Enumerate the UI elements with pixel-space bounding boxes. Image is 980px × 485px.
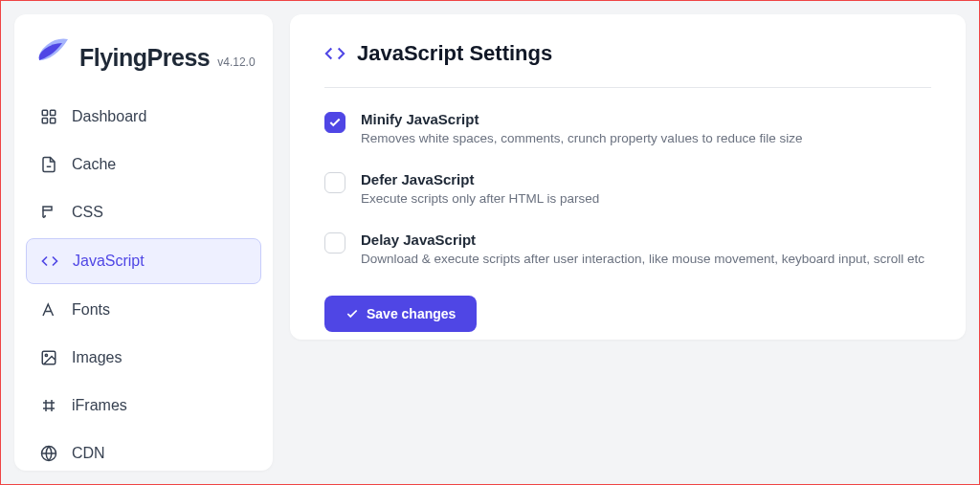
- images-icon: [39, 348, 58, 367]
- sidebar-item-label: Fonts: [72, 301, 110, 319]
- page-title: JavaScript Settings: [357, 41, 552, 66]
- main-panel: JavaScript Settings Minify JavaScript Re…: [290, 14, 966, 340]
- sidebar-item-label: Images: [72, 349, 122, 366]
- code-icon: [324, 43, 345, 64]
- sidebar-item-dashboard[interactable]: Dashboard: [26, 95, 261, 139]
- setting-description: Removes white spaces, comments, crunch p…: [361, 130, 802, 148]
- sidebar-item-cdn[interactable]: CDN: [26, 431, 261, 471]
- save-button[interactable]: Save changes: [324, 296, 477, 332]
- setting-minify: Minify JavaScript Removes white spaces, …: [324, 111, 931, 148]
- css-icon: [39, 203, 58, 222]
- iframes-icon: [39, 396, 58, 415]
- sidebar-item-label: Cache: [72, 156, 116, 173]
- sidebar: FlyingPress v4.12.0 Dashboard Cache: [14, 14, 273, 471]
- checkbox-minify[interactable]: [324, 112, 345, 133]
- setting-description: Download & execute scripts after user in…: [361, 251, 924, 269]
- brand-name: FlyingPress: [79, 44, 210, 72]
- setting-label: Defer JavaScript: [361, 171, 599, 187]
- cdn-icon: [39, 444, 58, 463]
- svg-rect-2: [42, 119, 47, 123]
- setting-description: Execute scripts only after HTML is parse…: [361, 190, 599, 209]
- setting-label: Delay JavaScript: [361, 231, 924, 248]
- check-icon: [345, 307, 359, 320]
- setting-text: Defer JavaScript Execute scripts only af…: [361, 171, 599, 209]
- brand-logo-icon: [33, 35, 72, 66]
- sidebar-item-iframes[interactable]: iFrames: [26, 384, 261, 428]
- svg-rect-0: [42, 110, 47, 115]
- svg-point-5: [45, 354, 47, 356]
- sidebar-item-images[interactable]: Images: [26, 336, 261, 380]
- checkbox-delay[interactable]: [324, 232, 345, 254]
- sidebar-item-label: JavaScript: [73, 253, 145, 270]
- setting-defer: Defer JavaScript Execute scripts only af…: [324, 171, 931, 209]
- sidebar-item-label: CDN: [72, 445, 105, 462]
- setting-text: Minify JavaScript Removes white spaces, …: [361, 111, 802, 148]
- brand: FlyingPress v4.12.0: [26, 32, 261, 95]
- sidebar-item-cache[interactable]: Cache: [26, 143, 261, 187]
- setting-text: Delay JavaScript Download & execute scri…: [361, 231, 924, 269]
- sidebar-item-css[interactable]: CSS: [26, 190, 261, 234]
- dashboard-icon: [39, 107, 58, 126]
- brand-version: v4.12.0: [217, 55, 255, 69]
- cache-icon: [39, 155, 58, 174]
- sidebar-item-label: CSS: [72, 204, 103, 221]
- checkbox-defer[interactable]: [324, 172, 345, 193]
- setting-delay: Delay JavaScript Download & execute scri…: [324, 231, 931, 269]
- sidebar-item-label: iFrames: [72, 397, 127, 414]
- svg-rect-1: [51, 110, 56, 115]
- fonts-icon: [39, 300, 58, 320]
- setting-label: Minify JavaScript: [361, 111, 802, 127]
- page-header: JavaScript Settings: [324, 41, 931, 88]
- sidebar-item-label: Dashboard: [72, 108, 146, 125]
- save-button-label: Save changes: [367, 306, 456, 321]
- svg-rect-3: [51, 119, 56, 123]
- sidebar-item-fonts[interactable]: Fonts: [26, 288, 261, 332]
- sidebar-item-javascript[interactable]: JavaScript: [26, 238, 261, 284]
- nav: Dashboard Cache CSS: [26, 95, 261, 471]
- code-icon: [40, 252, 59, 271]
